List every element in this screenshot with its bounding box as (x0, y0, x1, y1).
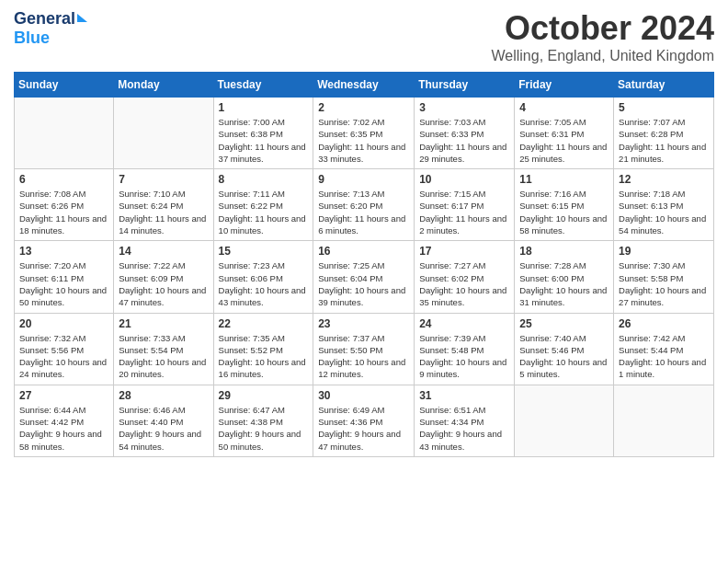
day-info: Sunrise: 7:33 AMSunset: 5:54 PMDaylight:… (119, 332, 208, 381)
day-info: Sunrise: 7:28 AMSunset: 6:00 PMDaylight:… (519, 259, 609, 308)
calendar-cell: 7Sunrise: 7:10 AMSunset: 6:24 PMDaylight… (114, 169, 213, 241)
day-info: Sunrise: 7:05 AMSunset: 6:31 PMDaylight:… (519, 116, 609, 165)
day-number: 25 (519, 317, 609, 330)
calendar-cell: 20Sunrise: 7:32 AMSunset: 5:56 PMDayligh… (15, 313, 114, 385)
day-number: 13 (19, 245, 108, 258)
calendar-header-row: SundayMondayTuesdayWednesdayThursdayFrid… (15, 73, 714, 98)
day-info: Sunrise: 7:35 AMSunset: 5:52 PMDaylight:… (219, 332, 309, 381)
day-number: 16 (318, 245, 409, 258)
day-info: Sunrise: 7:25 AMSunset: 6:04 PMDaylight:… (318, 259, 409, 308)
calendar-cell: 23Sunrise: 7:37 AMSunset: 5:50 PMDayligh… (313, 313, 415, 385)
calendar-cell (614, 385, 714, 456)
location-title: Welling, England, United Kingdom (491, 48, 714, 64)
day-number: 17 (419, 245, 509, 258)
logo-general: General (14, 9, 75, 29)
day-header-tuesday: Tuesday (213, 73, 313, 98)
day-number: 30 (318, 389, 409, 402)
day-number: 9 (318, 173, 409, 186)
calendar-week-row: 1Sunrise: 7:00 AMSunset: 6:38 PMDaylight… (15, 98, 714, 169)
calendar-cell: 2Sunrise: 7:02 AMSunset: 6:35 PMDaylight… (313, 98, 415, 169)
calendar-cell: 19Sunrise: 7:30 AMSunset: 5:58 PMDayligh… (614, 241, 714, 313)
calendar-cell: 10Sunrise: 7:15 AMSunset: 6:17 PMDayligh… (415, 169, 515, 241)
calendar-cell: 4Sunrise: 7:05 AMSunset: 6:31 PMDaylight… (515, 98, 614, 169)
calendar-cell: 6Sunrise: 7:08 AMSunset: 6:26 PMDaylight… (15, 169, 114, 241)
day-number: 18 (519, 245, 609, 258)
day-info: Sunrise: 6:44 AMSunset: 4:42 PMDaylight:… (19, 404, 108, 453)
calendar-cell (515, 385, 614, 456)
day-number: 26 (619, 317, 709, 330)
calendar-cell: 26Sunrise: 7:42 AMSunset: 5:44 PMDayligh… (614, 313, 714, 385)
day-info: Sunrise: 7:11 AMSunset: 6:22 PMDaylight:… (219, 188, 309, 236)
day-info: Sunrise: 7:22 AMSunset: 6:09 PMDaylight:… (119, 259, 208, 308)
calendar-cell: 31Sunrise: 6:51 AMSunset: 4:34 PMDayligh… (415, 385, 515, 456)
day-number: 15 (219, 245, 309, 258)
day-info: Sunrise: 6:47 AMSunset: 4:38 PMDaylight:… (219, 404, 309, 453)
day-info: Sunrise: 7:18 AMSunset: 6:13 PMDaylight:… (619, 188, 709, 236)
calendar-week-row: 20Sunrise: 7:32 AMSunset: 5:56 PMDayligh… (15, 313, 714, 385)
calendar-cell: 25Sunrise: 7:40 AMSunset: 5:46 PMDayligh… (515, 313, 614, 385)
day-info: Sunrise: 7:30 AMSunset: 5:58 PMDaylight:… (619, 259, 709, 308)
day-info: Sunrise: 7:13 AMSunset: 6:20 PMDaylight:… (318, 188, 409, 236)
logo: General Blue (14, 9, 87, 48)
day-number: 22 (219, 317, 309, 330)
day-info: Sunrise: 7:39 AMSunset: 5:48 PMDaylight:… (419, 332, 509, 381)
calendar-cell: 12Sunrise: 7:18 AMSunset: 6:13 PMDayligh… (614, 169, 714, 241)
day-header-monday: Monday (114, 73, 213, 98)
day-info: Sunrise: 7:00 AMSunset: 6:38 PMDaylight:… (219, 116, 309, 165)
title-section: October 2024 Welling, England, United Ki… (491, 9, 714, 64)
calendar-cell: 14Sunrise: 7:22 AMSunset: 6:09 PMDayligh… (114, 241, 213, 313)
day-number: 7 (119, 173, 208, 186)
calendar-cell: 11Sunrise: 7:16 AMSunset: 6:15 PMDayligh… (515, 169, 614, 241)
calendar-cell: 30Sunrise: 6:49 AMSunset: 4:36 PMDayligh… (313, 385, 415, 456)
day-number: 23 (318, 317, 409, 330)
day-info: Sunrise: 6:46 AMSunset: 4:40 PMDaylight:… (119, 404, 208, 453)
logo-arrow-icon (77, 14, 87, 22)
day-number: 24 (419, 317, 509, 330)
calendar-cell: 29Sunrise: 6:47 AMSunset: 4:38 PMDayligh… (213, 385, 313, 456)
calendar-table: SundayMondayTuesdayWednesdayThursdayFrid… (14, 72, 714, 457)
calendar-cell: 27Sunrise: 6:44 AMSunset: 4:42 PMDayligh… (15, 385, 114, 456)
day-number: 5 (619, 101, 709, 114)
day-info: Sunrise: 7:08 AMSunset: 6:26 PMDaylight:… (19, 188, 108, 236)
calendar-week-row: 13Sunrise: 7:20 AMSunset: 6:11 PMDayligh… (15, 241, 714, 313)
calendar-week-row: 6Sunrise: 7:08 AMSunset: 6:26 PMDaylight… (15, 169, 714, 241)
calendar-cell (114, 98, 213, 169)
day-number: 1 (219, 101, 309, 114)
day-info: Sunrise: 7:42 AMSunset: 5:44 PMDaylight:… (619, 332, 709, 381)
day-number: 4 (519, 101, 609, 114)
calendar-cell: 28Sunrise: 6:46 AMSunset: 4:40 PMDayligh… (114, 385, 213, 456)
day-header-thursday: Thursday (415, 73, 515, 98)
day-info: Sunrise: 7:37 AMSunset: 5:50 PMDaylight:… (318, 332, 409, 381)
calendar-cell: 15Sunrise: 7:23 AMSunset: 6:06 PMDayligh… (213, 241, 313, 313)
day-info: Sunrise: 7:16 AMSunset: 6:15 PMDaylight:… (519, 188, 609, 236)
day-info: Sunrise: 7:10 AMSunset: 6:24 PMDaylight:… (119, 188, 208, 236)
day-number: 6 (19, 173, 108, 186)
day-info: Sunrise: 7:15 AMSunset: 6:17 PMDaylight:… (419, 188, 509, 236)
day-number: 2 (318, 101, 409, 114)
calendar-cell: 18Sunrise: 7:28 AMSunset: 6:00 PMDayligh… (515, 241, 614, 313)
day-info: Sunrise: 7:27 AMSunset: 6:02 PMDaylight:… (419, 259, 509, 308)
day-number: 19 (619, 245, 709, 258)
calendar-cell: 9Sunrise: 7:13 AMSunset: 6:20 PMDaylight… (313, 169, 415, 241)
calendar-cell: 24Sunrise: 7:39 AMSunset: 5:48 PMDayligh… (415, 313, 515, 385)
calendar-cell: 13Sunrise: 7:20 AMSunset: 6:11 PMDayligh… (15, 241, 114, 313)
day-number: 31 (419, 389, 509, 402)
day-number: 29 (219, 389, 309, 402)
day-header-wednesday: Wednesday (313, 73, 415, 98)
calendar-cell: 21Sunrise: 7:33 AMSunset: 5:54 PMDayligh… (114, 313, 213, 385)
day-number: 12 (619, 173, 709, 186)
month-title: October 2024 (491, 9, 714, 48)
day-info: Sunrise: 7:32 AMSunset: 5:56 PMDaylight:… (19, 332, 108, 381)
calendar-week-row: 27Sunrise: 6:44 AMSunset: 4:42 PMDayligh… (15, 385, 714, 456)
day-info: Sunrise: 7:07 AMSunset: 6:28 PMDaylight:… (619, 116, 709, 165)
calendar-cell: 5Sunrise: 7:07 AMSunset: 6:28 PMDaylight… (614, 98, 714, 169)
day-number: 14 (119, 245, 208, 258)
day-info: Sunrise: 7:23 AMSunset: 6:06 PMDaylight:… (219, 259, 309, 308)
day-header-friday: Friday (515, 73, 614, 98)
day-number: 27 (19, 389, 108, 402)
day-info: Sunrise: 7:02 AMSunset: 6:35 PMDaylight:… (318, 116, 409, 165)
day-info: Sunrise: 7:20 AMSunset: 6:11 PMDaylight:… (19, 259, 108, 308)
day-number: 20 (19, 317, 108, 330)
day-info: Sunrise: 6:51 AMSunset: 4:34 PMDaylight:… (419, 404, 509, 453)
day-number: 28 (119, 389, 208, 402)
